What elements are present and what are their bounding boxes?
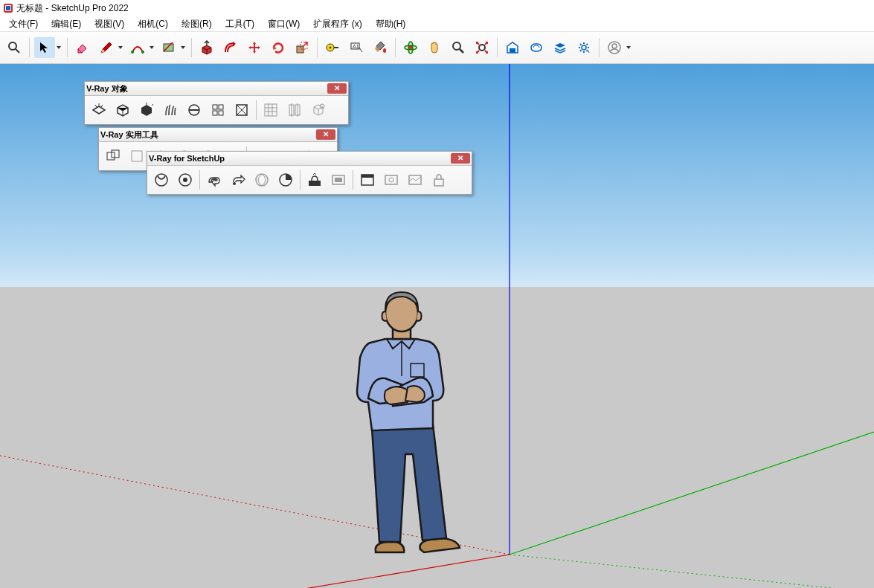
svg-rect-40 [112, 150, 119, 158]
pushpull-tool[interactable] [196, 36, 218, 59]
vray-main-panel[interactable]: V-Ray for SketchUp ✕ [147, 151, 472, 195]
svg-point-24 [612, 44, 617, 48]
svg-point-49 [183, 178, 187, 182]
batch-render-icon[interactable] [327, 169, 350, 191]
panel-title-label: V-Ray 实用工具 [100, 129, 158, 140]
svg-point-20 [479, 45, 485, 51]
chevron-down-icon[interactable] [117, 45, 124, 51]
chaos-cloud-icon[interactable] [380, 169, 402, 191]
scale-tool[interactable] [291, 36, 313, 59]
vray-objects-panel[interactable]: V-Ray 对象 ✕ [84, 81, 349, 125]
arc-tool[interactable] [126, 36, 156, 59]
infinite-plane-icon[interactable] [283, 99, 306, 121]
render-rt-icon[interactable] [203, 169, 225, 191]
fur-icon[interactable] [159, 99, 181, 121]
titlebar: 无标题 - SketchUp Pro 2022 [0, 0, 874, 16]
chevron-down-icon[interactable] [179, 45, 187, 51]
svg-rect-32 [213, 111, 217, 115]
viewport[interactable]: V-Ray 对象 ✕ V-Ray 实用工具 ✕ [0, 64, 874, 588]
svg-rect-30 [213, 105, 217, 109]
render-stop-icon[interactable] [274, 169, 297, 191]
panel-titlebar[interactable]: V-Ray 对象 ✕ [85, 82, 348, 96]
svg-rect-2 [6, 6, 10, 10]
svg-point-6 [141, 51, 144, 54]
lock-icon[interactable] [428, 169, 450, 191]
zoom-extents-tool[interactable] [471, 36, 493, 59]
close-icon[interactable]: ✕ [327, 83, 347, 94]
close-icon[interactable]: ✕ [451, 153, 470, 164]
offset-tool[interactable] [219, 36, 242, 59]
rotate-tool[interactable] [267, 36, 289, 59]
light-plane-icon[interactable] [88, 99, 110, 121]
panel-titlebar[interactable]: V-Ray 实用工具 ✕ [99, 128, 337, 142]
svg-point-50 [233, 182, 236, 185]
pan-tool[interactable] [423, 36, 446, 59]
menu-extensions[interactable]: 扩展程序 (x) [307, 17, 367, 31]
shape-tool[interactable] [158, 36, 187, 59]
settings-gear-icon[interactable] [573, 36, 595, 59]
menu-view[interactable]: 视图(V) [89, 17, 130, 31]
svg-rect-21 [510, 48, 515, 53]
close-icon[interactable]: ✕ [316, 129, 335, 140]
svg-point-3 [9, 42, 16, 50]
menu-camera[interactable]: 相机(C) [132, 17, 174, 31]
svg-point-18 [453, 42, 460, 50]
render-cloud-icon[interactable] [251, 169, 273, 191]
util-2-icon[interactable] [126, 145, 148, 167]
render-icon[interactable] [174, 169, 196, 191]
asset-editor-icon[interactable] [150, 169, 173, 191]
layers-icon[interactable] [549, 36, 571, 59]
menu-file[interactable]: 文件(F) [3, 17, 44, 31]
move-tool[interactable] [243, 36, 266, 59]
svg-text:A1: A1 [353, 44, 359, 49]
menu-window[interactable]: 窗口(W) [262, 17, 306, 31]
paint-bucket-tool[interactable] [369, 36, 391, 59]
svg-rect-35 [265, 104, 277, 116]
svg-line-19 [460, 49, 463, 53]
pencil-tool[interactable] [95, 36, 125, 59]
chevron-down-icon[interactable] [625, 45, 632, 51]
chevron-down-icon[interactable] [148, 45, 155, 51]
main-toolbar: A1 [0, 31, 874, 64]
tape-measure-tool[interactable] [321, 36, 344, 59]
menu-help[interactable]: 帮助(H) [370, 17, 412, 31]
search-icon[interactable] [3, 36, 25, 59]
orbit-tool[interactable] [399, 36, 422, 59]
panel-title-label: V-Ray 对象 [86, 83, 128, 94]
eraser-tool[interactable] [71, 36, 94, 59]
clipper-icon[interactable] [183, 99, 205, 121]
select-tool[interactable] [33, 36, 63, 59]
proxy-icon[interactable] [207, 99, 229, 121]
frame-buffer-icon[interactable] [356, 169, 379, 191]
mesh-light-icon[interactable] [231, 99, 253, 121]
render-viewport-icon[interactable] [227, 169, 249, 191]
extension-warehouse-icon[interactable] [525, 36, 547, 59]
vfb-icon[interactable] [303, 169, 326, 191]
zoom-tool[interactable] [447, 36, 469, 59]
menubar: 文件(F) 编辑(E) 视图(V) 相机(C) 绘图(R) 工具(T) 窗口(W… [0, 16, 874, 31]
app-icon [3, 3, 13, 13]
chevron-down-icon[interactable] [55, 45, 62, 51]
svg-point-5 [131, 51, 134, 54]
warehouse-icon[interactable] [501, 36, 524, 59]
panel-titlebar[interactable]: V-Ray for SketchUp ✕ [147, 152, 472, 166]
svg-point-22 [582, 45, 586, 50]
light-dome-icon[interactable] [112, 99, 134, 121]
text-tool[interactable]: A1 [345, 36, 367, 59]
geometry-icon[interactable] [307, 99, 330, 121]
svg-rect-55 [335, 178, 342, 182]
menu-edit[interactable]: 编辑(E) [45, 17, 87, 31]
svg-point-59 [389, 178, 393, 182]
svg-rect-61 [434, 179, 443, 186]
panel-title-label: V-Ray for SketchUp [149, 154, 225, 163]
menu-draw[interactable]: 绘图(R) [176, 17, 218, 31]
svg-line-4 [16, 49, 19, 53]
user-account-icon[interactable] [603, 36, 633, 59]
cosmos-icon[interactable] [404, 169, 426, 191]
grid-icon[interactable] [260, 99, 282, 121]
svg-rect-39 [107, 152, 115, 160]
light-sphere-icon[interactable] [135, 99, 158, 121]
util-1-icon[interactable] [102, 145, 124, 167]
menu-tools[interactable]: 工具(T) [219, 17, 260, 31]
svg-point-15 [408, 45, 413, 50]
